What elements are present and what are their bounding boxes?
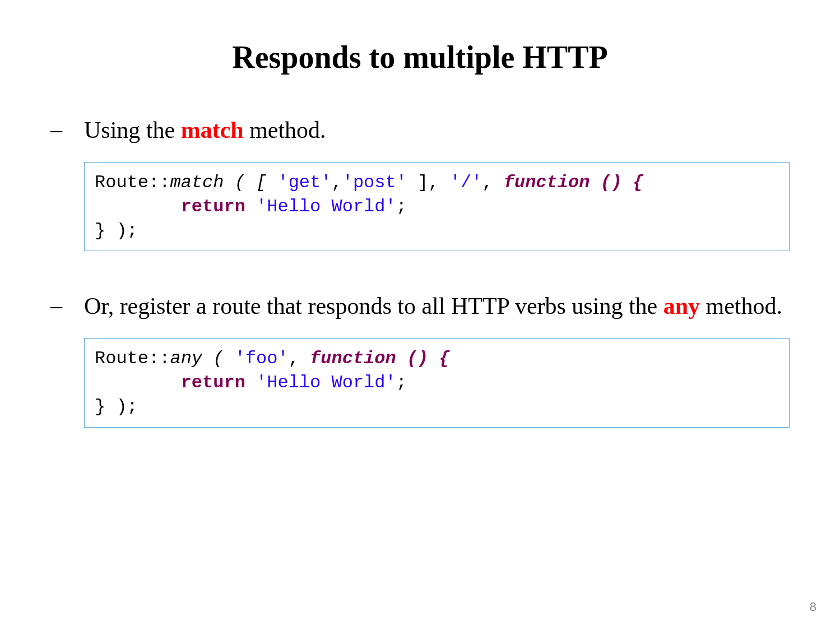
- code2-hello: 'Hello World': [256, 372, 396, 393]
- code1-parens-open: () {: [590, 172, 643, 193]
- code1-comma2: ,: [482, 172, 503, 193]
- code2-return: return: [95, 372, 245, 393]
- bullet-2: – Or, register a route that responds to …: [50, 290, 790, 322]
- bullet-2-text: Or, register a route that responds to al…: [84, 290, 782, 322]
- bullet-1-pre: Using the: [84, 117, 181, 143]
- code1-return: return: [95, 196, 245, 217]
- bullet-2-pre: Or, register a route that responds to al…: [84, 293, 663, 319]
- bullet-1-text: Using the match method.: [84, 114, 326, 146]
- code1-close: } );: [95, 220, 138, 241]
- bullet-2-keyword: any: [663, 293, 700, 319]
- code1-get: 'get': [277, 172, 331, 193]
- page-number: 8: [810, 600, 816, 614]
- code1-bracket: ],: [407, 172, 450, 193]
- code1-post: 'post': [342, 172, 407, 193]
- code1-function: function: [504, 172, 590, 193]
- code2-close: } );: [95, 396, 138, 417]
- code-block-match: Route::match ( [ 'get','post' ], '/', fu…: [84, 162, 790, 252]
- bullet-1: – Using the match method.: [50, 114, 790, 146]
- code2-sp: [245, 372, 256, 393]
- code2-function: function: [310, 348, 396, 369]
- bullet-dash: –: [50, 114, 84, 145]
- bullet-dash-2: –: [50, 290, 84, 321]
- code1-slash: '/': [450, 172, 482, 193]
- bullet-1-keyword: match: [181, 117, 244, 143]
- code2-comma: ,: [289, 348, 310, 369]
- bullet-2-post: method.: [700, 293, 782, 319]
- code1-match: match: [170, 172, 224, 193]
- code2-any: any: [170, 348, 202, 369]
- code2-semi: ;: [396, 372, 407, 393]
- code2-paren1: (: [202, 348, 235, 369]
- code1-route: Route::: [95, 172, 170, 193]
- bullet-1-post: method.: [244, 117, 326, 143]
- code-block-any: Route::any ( 'foo', function () { return…: [84, 338, 790, 428]
- code2-route: Route::: [95, 348, 170, 369]
- slide-title: Responds to multiple HTTP: [50, 39, 790, 75]
- code1-hello: 'Hello World': [256, 196, 396, 217]
- code2-foo: 'foo': [235, 348, 289, 369]
- code1-comma1: ,: [331, 172, 342, 193]
- code2-parens-open: () {: [396, 348, 450, 369]
- code1-paren1: ( [: [224, 172, 277, 193]
- code1-semi: ;: [396, 196, 407, 217]
- code1-sp: [245, 196, 256, 217]
